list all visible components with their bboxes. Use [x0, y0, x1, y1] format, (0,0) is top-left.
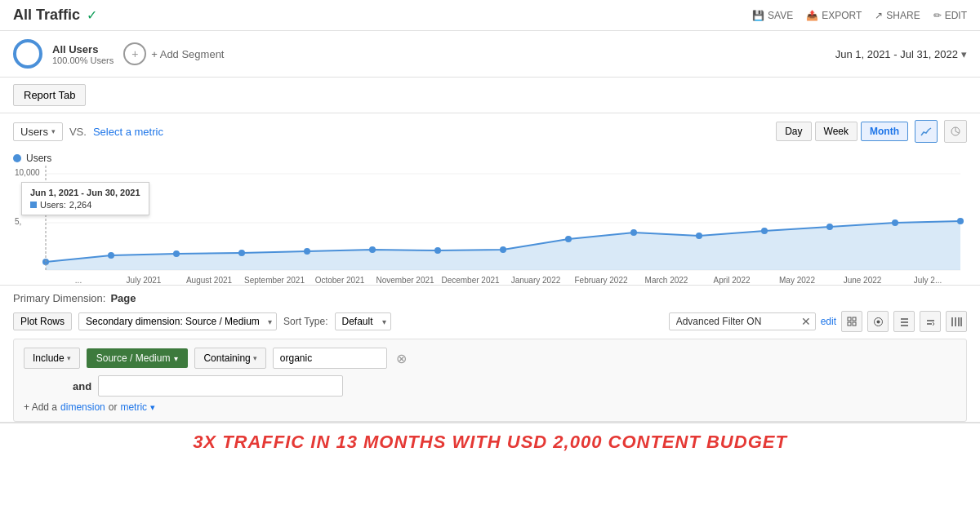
- add-dimension-row: + Add a dimension or metric ▾: [24, 398, 956, 413]
- header-right: 💾 SAVE 📤 EXPORT ↗ SHARE ✏ EDIT: [752, 10, 967, 21]
- metric-dropdown[interactable]: Users ▾: [13, 122, 63, 141]
- and-row: and: [24, 374, 956, 398]
- svg-text:10,000: 10,000: [15, 168, 40, 177]
- pie-chart-button[interactable]: [944, 120, 967, 143]
- dimension-dropdown-icon: ▾: [174, 354, 178, 363]
- x-label-3: September 2021: [242, 276, 307, 285]
- svg-point-19: [761, 228, 768, 234]
- svg-rect-25: [853, 317, 856, 321]
- pie-chart-icon: [950, 126, 961, 137]
- line-chart-button[interactable]: [915, 120, 938, 143]
- svg-point-12: [304, 248, 310, 255]
- add-dimension-link[interactable]: dimension: [60, 401, 105, 413]
- list-icon: [899, 317, 910, 327]
- add-dim-or: or: [109, 401, 118, 413]
- filter-area: ✕ edit: [669, 311, 967, 332]
- primary-dim-label: Primary Dimension:: [13, 292, 105, 304]
- filter-edit-link[interactable]: edit: [821, 316, 836, 327]
- filter-row: Include ▾ Source / Medium ▾ Containing ▾…: [24, 348, 956, 369]
- svg-line-2: [956, 131, 959, 133]
- filter-value-input[interactable]: [273, 348, 387, 369]
- vs-label: VS.: [69, 126, 87, 138]
- sort-icon: [925, 317, 936, 327]
- chart-area: Users Jun 1, 2021 - Jun 30, 2021 Users: …: [0, 149, 980, 285]
- x-label-0: ...: [46, 276, 111, 285]
- segment-circle: [13, 39, 42, 69]
- table-view-list-button[interactable]: [893, 311, 915, 332]
- svg-point-20: [826, 224, 833, 230]
- table-view-circle-button[interactable]: [867, 311, 889, 332]
- secondary-dim-wrapper: Secondary dimension: Source / Medium: [78, 312, 277, 330]
- advanced-filter-section: Include ▾ Source / Medium ▾ Containing ▾…: [13, 339, 967, 422]
- report-tab-bar: Report Tab: [0, 78, 980, 113]
- date-range-picker[interactable]: Jun 1, 2021 - Jul 31, 2022 ▾: [835, 48, 967, 60]
- primary-dim-value[interactable]: Page: [110, 292, 136, 304]
- export-button[interactable]: 📤 EXPORT: [806, 10, 862, 21]
- filter-remove-button[interactable]: ⊗: [394, 350, 410, 366]
- condition-button[interactable]: Containing ▾: [194, 348, 265, 369]
- select-metric-link[interactable]: Select a metric: [93, 126, 163, 138]
- table-view-columns-button[interactable]: [946, 311, 967, 332]
- week-button[interactable]: Week: [815, 122, 858, 141]
- banner-text: 3X TRAFFIC IN 13 MONTHS WITH USD 2,000 C…: [13, 432, 967, 453]
- advanced-filter-input[interactable]: [669, 312, 816, 330]
- save-button[interactable]: 💾 SAVE: [752, 10, 793, 21]
- segment-percentage: 100.00% Users: [52, 55, 114, 65]
- metric-label: Users: [20, 126, 48, 138]
- sort-select-wrapper: Default: [335, 312, 391, 330]
- svg-point-14: [434, 247, 441, 254]
- month-button[interactable]: Month: [861, 122, 908, 141]
- segment-bar: All Users 100.00% Users + + Add Segment …: [0, 31, 980, 78]
- line-chart-icon: [920, 126, 932, 137]
- svg-point-17: [630, 229, 637, 236]
- save-icon: 💾: [752, 10, 764, 21]
- header-left: All Traffic ✓: [13, 7, 97, 24]
- date-dropdown-icon: ▾: [961, 48, 967, 60]
- table-controls: Plot Rows Secondary dimension: Source / …: [0, 308, 980, 339]
- segment-info: All Users 100.00% Users: [52, 43, 114, 65]
- chart-tooltip: Jun 1, 2021 - Jun 30, 2021 Users: 2,264: [21, 182, 149, 215]
- report-tab-button[interactable]: Report Tab: [13, 84, 86, 106]
- secondary-dim-select[interactable]: Secondary dimension: Source / Medium: [78, 312, 277, 330]
- tooltip-value: 2,264: [69, 200, 92, 210]
- day-button[interactable]: Day: [776, 122, 811, 141]
- table-view-grid-button[interactable]: [841, 311, 862, 332]
- page-header: All Traffic ✓ 💾 SAVE 📤 EXPORT ↗ SHARE ✏ …: [0, 0, 980, 31]
- include-button[interactable]: Include ▾: [24, 348, 80, 369]
- x-label-5: November 2021: [372, 276, 438, 285]
- include-dropdown-icon: ▾: [67, 354, 71, 362]
- edit-button[interactable]: ✏ EDIT: [933, 10, 967, 21]
- verified-icon: ✓: [87, 7, 97, 23]
- x-label-13: July 2...: [895, 276, 960, 285]
- plot-rows-button[interactable]: Plot Rows: [13, 312, 72, 330]
- x-label-7: January 2022: [503, 276, 568, 285]
- share-button[interactable]: ↗ SHARE: [875, 10, 920, 21]
- add-metric-link[interactable]: metric: [120, 401, 147, 413]
- metric-selector: Users ▾ VS. Select a metric: [13, 122, 163, 141]
- x-label-1: July 2021: [111, 276, 176, 285]
- add-segment-button[interactable]: + + Add Segment: [123, 42, 224, 65]
- x-label-11: May 2022: [764, 276, 830, 285]
- edit-icon: ✏: [933, 10, 942, 21]
- svg-rect-27: [853, 322, 856, 326]
- chart-svg: 10,000 5,: [13, 166, 967, 272]
- legend-dot: [13, 154, 21, 162]
- dimension-button[interactable]: Source / Medium ▾: [87, 348, 189, 368]
- condition-label: Containing: [203, 352, 250, 364]
- x-label-10: April 2022: [699, 276, 764, 285]
- svg-point-21: [892, 219, 898, 226]
- x-axis: ... July 2021 August 2021 September 2021…: [13, 274, 967, 285]
- add-segment-label: + Add Segment: [151, 48, 224, 60]
- sort-type-select[interactable]: Default: [335, 312, 391, 330]
- table-view-sort-button[interactable]: [920, 311, 941, 332]
- sort-type-label: Sort Type:: [283, 316, 327, 327]
- filter-clear-button[interactable]: ✕: [801, 315, 811, 328]
- and-input[interactable]: [98, 375, 343, 397]
- table-controls-left: Plot Rows Secondary dimension: Source / …: [13, 312, 391, 330]
- page-title: All Traffic: [13, 7, 80, 24]
- chart-controls: Users ▾ VS. Select a metric Day Week Mon…: [0, 113, 980, 149]
- svg-rect-26: [848, 322, 851, 326]
- svg-point-16: [565, 236, 572, 242]
- date-range-text: Jun 1, 2021 - Jul 31, 2022: [835, 48, 958, 60]
- tooltip-title: Jun 1, 2021 - Jun 30, 2021: [30, 188, 140, 197]
